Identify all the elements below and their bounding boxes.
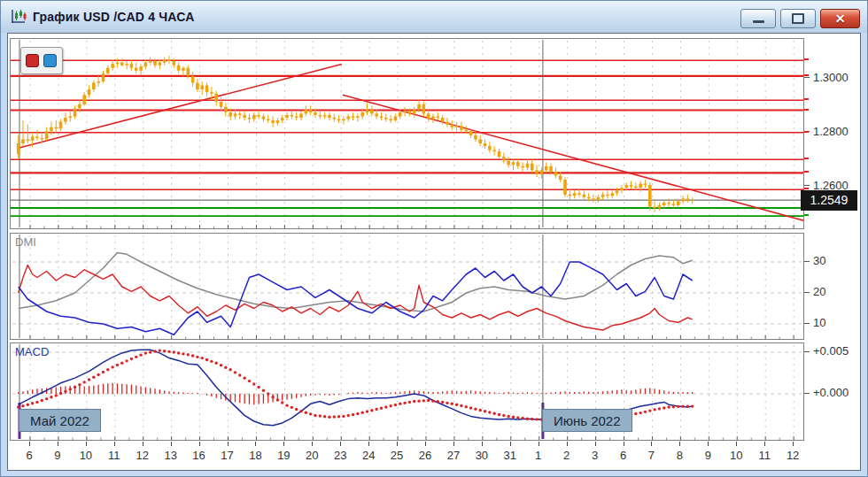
price-chart-panel[interactable] bbox=[10, 38, 804, 229]
x-axis-label: 19 bbox=[269, 449, 298, 462]
macd-axis-label: +0.005 bbox=[813, 344, 849, 358]
x-axis-label: 6 bbox=[15, 449, 43, 462]
x-axis-tick bbox=[283, 442, 284, 446]
x-axis-label: 12 bbox=[128, 449, 157, 462]
macd-axis-tick bbox=[804, 393, 810, 394]
candlestick-chart-icon bbox=[10, 8, 27, 26]
month-label: Май 2022 bbox=[19, 409, 101, 432]
x-axis-label: 26 bbox=[411, 449, 439, 462]
macd-axis-tick bbox=[804, 351, 810, 352]
x-axis-tick bbox=[539, 442, 539, 446]
x-axis-tick bbox=[255, 442, 256, 446]
x-axis-tick bbox=[340, 442, 341, 446]
x-axis-tick bbox=[679, 442, 680, 446]
x-axis-label: 24 bbox=[354, 449, 383, 462]
x-axis-tick bbox=[143, 442, 143, 446]
dmi-axis-label: 10 bbox=[813, 316, 825, 329]
x-axis-label: 17 bbox=[213, 449, 242, 462]
x-axis-tick bbox=[114, 442, 115, 446]
chart-window: График USD /CAD 4 ЧАСА ✕ DMI MACD 1.3000… bbox=[0, 0, 868, 477]
x-axis-label: 10 bbox=[722, 449, 750, 462]
x-axis-tick bbox=[482, 442, 483, 446]
minimize-button[interactable] bbox=[740, 9, 776, 28]
x-axis-tick bbox=[199, 442, 200, 446]
x-axis-tick bbox=[397, 442, 398, 446]
x-axis-tick bbox=[793, 442, 794, 446]
x-axis-tick bbox=[453, 442, 454, 446]
x-axis-tick bbox=[171, 442, 172, 446]
x-axis-tick bbox=[624, 442, 624, 446]
x-axis-tick bbox=[708, 442, 709, 446]
x-axis-tick bbox=[86, 442, 87, 446]
level-tick bbox=[804, 109, 809, 111]
x-axis-tick bbox=[595, 442, 596, 446]
level-tick bbox=[804, 131, 809, 133]
level-tick bbox=[804, 98, 809, 100]
price-axis-label: 1.2800 bbox=[813, 125, 849, 138]
maximize-button[interactable] bbox=[780, 9, 816, 28]
x-axis-tick bbox=[510, 442, 511, 446]
current-price-tag: 1.2549 bbox=[801, 190, 857, 211]
dmi-axis-label: 30 bbox=[813, 254, 825, 267]
dmi-axis-label: 20 bbox=[813, 285, 825, 298]
x-axis-tick bbox=[764, 442, 765, 446]
x-axis-label: 11 bbox=[100, 449, 128, 462]
price-axis-tick bbox=[804, 77, 810, 78]
window-title: График USD /CAD 4 ЧАСА bbox=[33, 10, 195, 24]
x-axis-tick bbox=[58, 442, 58, 446]
level-tick bbox=[804, 171, 809, 173]
dmi-indicator-panel[interactable] bbox=[10, 233, 804, 340]
x-axis-label: 18 bbox=[241, 449, 269, 462]
x-axis-label: 13 bbox=[157, 449, 185, 462]
maximize-icon bbox=[792, 13, 804, 24]
x-axis-label: 9 bbox=[43, 449, 72, 462]
x-axis-label: 27 bbox=[439, 449, 468, 462]
x-axis-label: 30 bbox=[468, 449, 496, 462]
close-button[interactable]: ✕ bbox=[820, 9, 860, 28]
x-axis-label: 3 bbox=[581, 449, 609, 462]
x-axis-label: 25 bbox=[383, 449, 411, 462]
red-marker-button[interactable] bbox=[26, 54, 39, 67]
month-label: Июнь 2022 bbox=[542, 409, 632, 432]
minimize-icon bbox=[753, 20, 764, 23]
price-axis-label: 1.3000 bbox=[813, 71, 849, 84]
x-axis-tick bbox=[567, 442, 568, 446]
x-axis-label: 23 bbox=[326, 449, 354, 462]
level-tick bbox=[804, 158, 809, 159]
x-axis-label: 7 bbox=[637, 449, 665, 462]
level-tick bbox=[804, 214, 809, 216]
dmi-axis-tick bbox=[804, 292, 810, 293]
x-axis-label: 2 bbox=[553, 449, 581, 462]
macd-indicator-panel[interactable] bbox=[10, 342, 804, 441]
x-axis-label: 8 bbox=[665, 449, 694, 462]
level-tick bbox=[804, 74, 809, 76]
marker-toolbox bbox=[20, 47, 63, 74]
x-axis-label: 31 bbox=[496, 449, 524, 462]
title-bar[interactable]: График USD /CAD 4 ЧАСА ✕ bbox=[1, 1, 867, 33]
x-axis-label: 6 bbox=[609, 449, 638, 462]
x-axis-label: 20 bbox=[298, 449, 326, 462]
dmi-axis-tick bbox=[804, 261, 810, 262]
dmi-axis-tick bbox=[804, 323, 810, 324]
x-axis-label: 10 bbox=[72, 449, 100, 462]
x-axis-label: 16 bbox=[185, 449, 213, 462]
level-tick bbox=[804, 188, 809, 189]
x-axis-tick bbox=[425, 442, 426, 446]
x-axis-tick bbox=[736, 442, 737, 446]
level-tick bbox=[804, 58, 809, 60]
blue-marker-button[interactable] bbox=[43, 54, 57, 67]
x-axis-tick bbox=[368, 442, 369, 446]
x-axis-tick bbox=[651, 442, 652, 446]
close-icon: ✕ bbox=[835, 12, 846, 25]
x-axis-label: 9 bbox=[694, 449, 722, 462]
x-axis-tick bbox=[228, 442, 229, 446]
macd-axis-label: +0.000 bbox=[813, 386, 849, 399]
price-axis-tick bbox=[804, 185, 810, 186]
x-axis-label: 1 bbox=[524, 449, 553, 462]
x-axis-tick bbox=[29, 442, 30, 446]
x-axis-tick bbox=[312, 442, 313, 446]
x-axis-label: 12 bbox=[779, 449, 807, 462]
x-axis-label: 11 bbox=[750, 449, 779, 462]
